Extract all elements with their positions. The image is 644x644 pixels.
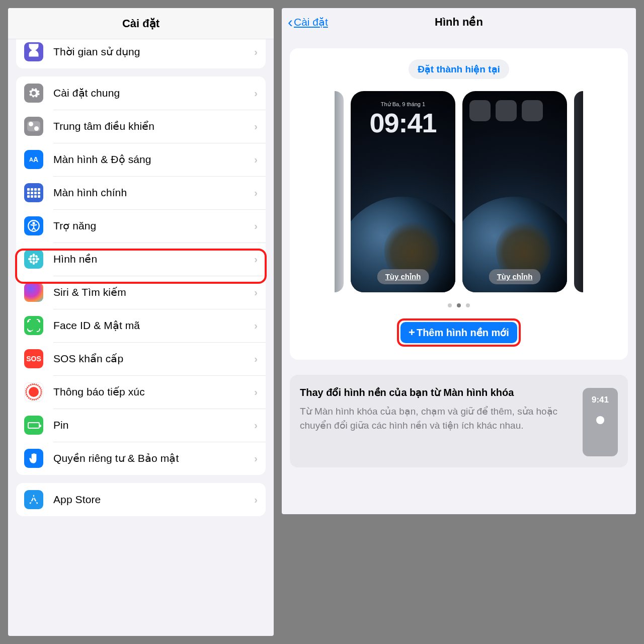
highlight-add-button: + Thêm hình nền mới (397, 318, 521, 347)
dot[interactable] (448, 303, 452, 307)
chevron-right-icon: › (254, 254, 258, 265)
dot-active[interactable] (457, 303, 461, 307)
widget-placeholders (469, 100, 543, 121)
flower-icon (24, 250, 43, 269)
svg-point-4 (33, 261, 35, 265)
dot[interactable] (466, 303, 470, 307)
set-current-pill[interactable]: Đặt thành hiện tại (409, 59, 509, 79)
touch-dot-icon (596, 416, 604, 424)
row-general[interactable]: Cài đặt chung › (16, 76, 266, 110)
chevron-right-icon: › (254, 353, 258, 365)
chevron-right-icon: › (254, 494, 258, 506)
svg-point-3 (33, 254, 35, 257)
homescreen-preview[interactable]: Tùy chỉnh (462, 91, 567, 292)
appstore-icon (24, 490, 43, 509)
row-faceid[interactable]: Face ID & Mật mã › (16, 309, 266, 342)
tip-title: Thay đổi hình nền của bạn từ Màn hình kh… (300, 386, 574, 399)
wallpaper-card: Đặt thành hiện tại Thứ Ba, 9 tháng 1 09:… (290, 48, 628, 360)
svg-point-2 (32, 258, 35, 260)
row-appstore[interactable]: App Store › (16, 483, 266, 516)
group-main: Cài đặt chung › Trung tâm điều khiển › A… (16, 76, 266, 475)
sos-icon: SOS (24, 349, 43, 368)
toggles-icon (24, 117, 43, 136)
settings-header: Cài đặt (8, 8, 274, 39)
siri-icon (24, 283, 43, 302)
exposure-icon (24, 382, 43, 401)
chevron-right-icon: › (254, 386, 258, 398)
page-dots[interactable] (290, 303, 628, 307)
settings-title: Cài đặt (122, 17, 159, 30)
add-wallpaper-button[interactable]: + Thêm hình nền mới (400, 322, 517, 343)
chevron-right-icon: › (254, 187, 258, 199)
wallpaper-header: ‹ Cài đặt Hình nền (282, 8, 636, 36)
row-display[interactable]: AA Màn hình & Độ sáng › (16, 143, 266, 176)
row-exposure[interactable]: Thông báo tiếp xúc › (16, 375, 266, 409)
hourglass-icon (24, 42, 43, 61)
lockscreen-preview[interactable]: Thứ Ba, 9 tháng 1 09:41 Tùy chỉnh (351, 91, 455, 292)
svg-point-6 (36, 258, 39, 261)
prev-wallpaper-edge[interactable] (335, 91, 344, 292)
row-label: Thời gian sử dụng (53, 46, 254, 58)
svg-point-5 (28, 258, 32, 261)
tip-card: Thay đổi hình nền của bạn từ Màn hình kh… (290, 375, 628, 467)
row-battery[interactable]: Pin › (16, 409, 266, 442)
chevron-right-icon: › (254, 320, 258, 332)
group-screentime: Thời gian sử dụng › (16, 39, 266, 68)
back-button[interactable]: ‹ Cài đặt (288, 8, 328, 36)
customize-lock-button[interactable]: Tùy chỉnh (377, 269, 429, 284)
svg-point-7 (29, 255, 33, 258)
hand-icon (24, 449, 43, 468)
chevron-right-icon: › (254, 220, 258, 232)
row-wallpaper[interactable]: Hình nền › (16, 243, 266, 276)
wallpaper-previews[interactable]: Thứ Ba, 9 tháng 1 09:41 Tùy chỉnh Tùy ch… (290, 91, 628, 292)
next-wallpaper-edge[interactable] (574, 91, 583, 292)
chevron-right-icon: › (254, 46, 258, 58)
svg-point-1 (33, 222, 34, 224)
faceid-icon (24, 316, 43, 335)
chevron-right-icon: › (254, 287, 258, 298)
text-size-icon: AA (24, 150, 43, 169)
settings-pane: Cài đặt Thời gian sử dụng › (8, 8, 274, 636)
row-accessibility[interactable]: Trợ năng › (16, 209, 266, 243)
row-home-screen[interactable]: Màn hình chính › (16, 176, 266, 209)
tip-body: Từ Màn hình khóa của bạn, chạm và giữ để… (300, 405, 574, 432)
row-sos[interactable]: SOS SOS khẩn cấp › (16, 342, 266, 375)
chevron-right-icon: › (254, 121, 258, 132)
row-control-center[interactable]: Trung tâm điều khiển › (16, 110, 266, 143)
svg-point-10 (35, 260, 38, 264)
lock-time: 09:41 (351, 107, 455, 138)
tip-thumbnail: 9:41 (583, 388, 618, 456)
wallpaper-pane: ‹ Cài đặt Hình nền Đặt thành hiện tại Th… (282, 8, 636, 514)
row-privacy[interactable]: Quyền riêng tư & Bảo mật › (16, 442, 266, 475)
svg-point-9 (29, 260, 33, 264)
row-screentime[interactable]: Thời gian sử dụng › (16, 39, 266, 68)
wallpaper-title: Hình nền (435, 16, 483, 29)
battery-icon (24, 416, 43, 435)
gear-icon (24, 84, 43, 103)
plus-icon: + (409, 326, 415, 339)
chevron-right-icon: › (254, 453, 258, 464)
chevron-right-icon: › (254, 154, 258, 166)
chevron-left-icon: ‹ (288, 15, 293, 30)
customize-home-button[interactable]: Tùy chỉnh (489, 269, 541, 284)
accessibility-icon (24, 216, 43, 235)
grid-icon (24, 183, 43, 202)
chevron-right-icon: › (254, 88, 258, 99)
group-store: App Store › (16, 483, 266, 516)
chevron-right-icon: › (254, 420, 258, 431)
row-siri[interactable]: Siri & Tìm kiếm › (16, 276, 266, 309)
svg-point-8 (35, 255, 38, 258)
